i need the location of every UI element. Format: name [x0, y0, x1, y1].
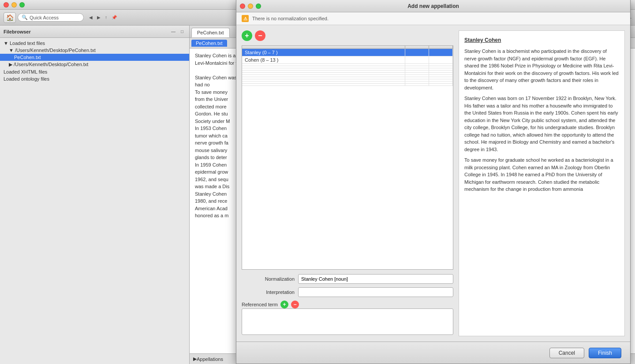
referenced-term-textarea[interactable]	[242, 308, 453, 335]
tree-item-path1[interactable]: ▼ /Users/Kenneth/Desktop/PeCohen.txt	[0, 47, 189, 54]
tree-label: /Users/Kenneth/Desktop/PeCohen.txt	[15, 48, 96, 53]
sidebar-title: Filebrowser	[4, 29, 31, 34]
doc-text-17: was made a Dis	[195, 184, 229, 189]
search-icon: 🔍	[22, 15, 28, 20]
search-input[interactable]	[30, 15, 78, 20]
form-row-normalization: Normalization	[242, 274, 453, 284]
sidebar: Filebrowser — □ ▼ Loaded text files ▼ /U…	[0, 26, 190, 364]
modal-minimize-light[interactable]	[248, 4, 253, 9]
add-ref-term-button[interactable]: +	[280, 301, 288, 308]
add-appellation-button[interactable]: +	[242, 30, 252, 41]
doc-text-6: collected more	[195, 104, 227, 109]
doc-text-14: In 1959 Cohen	[195, 162, 227, 167]
table-cell: Cohen (8 – 13 )	[242, 56, 405, 64]
appellation-table: Stanley (0 – 7 ) Cohen (8 – 13 )	[242, 45, 453, 270]
doc-text-5: from the Univer	[195, 97, 228, 102]
form-row-interpretation: Interpretation	[242, 287, 453, 297]
collapse-icon: ▼	[4, 41, 10, 46]
nav-pin[interactable]: 📌	[110, 14, 119, 21]
normalization-label: Normalization	[242, 276, 295, 282]
doc-subtab-pecohen[interactable]: PeCohen.txt	[191, 40, 227, 47]
doc-text-21: honored as a m	[195, 213, 228, 218]
nav-back[interactable]: ◀	[87, 14, 94, 21]
close-light[interactable]	[4, 2, 9, 7]
doc-tab-pecohen[interactable]: PeCohen.txt	[191, 28, 230, 37]
tree-item-loaded-ontology[interactable]: Loaded ontology files	[0, 75, 189, 82]
doc-text-20: American Acad	[195, 206, 228, 211]
file-tree: ▼ Loaded text files ▼ /Users/Kenneth/Des…	[0, 38, 189, 84]
collapse-icon: ▼	[9, 48, 15, 53]
table-cell	[429, 49, 452, 56]
remove-appellation-button[interactable]: −	[255, 30, 265, 41]
nav-forward[interactable]: ▶	[95, 14, 102, 21]
collapse-icon: ▶	[9, 62, 14, 67]
modal-body: + − Stanley (0 – 7 )	[236, 25, 630, 342]
preview-text: Stanley Cohen is a biochemist who partic…	[464, 48, 619, 91]
interpretation-input[interactable]	[298, 287, 453, 297]
warning-icon: ⚠	[242, 15, 249, 22]
modal-left-panel: + − Stanley (0 – 7 )	[242, 30, 453, 336]
table-row[interactable]: Cohen (8 – 13 )	[242, 56, 453, 64]
table-cell: Stanley (0 – 7 )	[242, 49, 405, 56]
tree-item-pecohen[interactable]: PeCohen.txt	[0, 54, 189, 61]
doc-text-12: mouse salivary	[195, 148, 227, 153]
modal-close-light[interactable]	[240, 4, 245, 9]
doc-text-18: Stanley Cohen	[195, 191, 227, 197]
ref-term-header: Referenced term + −	[242, 301, 453, 308]
appellation-controls: + −	[242, 30, 453, 41]
traffic-lights	[4, 2, 25, 7]
doc-text-15: epidermal grow	[195, 169, 228, 175]
nav-up[interactable]: ↑	[103, 14, 109, 21]
bottom-tab-label: Appellations	[197, 357, 223, 362]
table-cell	[429, 56, 452, 64]
normalization-input[interactable]	[298, 274, 453, 284]
doc-text-10: tumor which ca	[195, 133, 228, 138]
table-row	[242, 84, 453, 86]
tree-label: PeCohen.txt	[14, 55, 41, 60]
cancel-button[interactable]: Cancel	[549, 348, 584, 358]
bottom-tab-icon: ▶	[193, 356, 197, 362]
preview-text-2: Stanley Cohen was born on 17 November 19…	[464, 95, 619, 153]
table-cell	[405, 49, 429, 56]
modal-title-bar: Add new appellation	[236, 0, 630, 12]
table-cell	[405, 56, 429, 64]
nav-buttons: ◀ ▶ ↑ 📌	[87, 14, 119, 21]
sidebar-header-icons: — □	[170, 28, 186, 35]
modal-maximize-light[interactable]	[256, 4, 261, 9]
sidebar-header: Filebrowser — □	[0, 26, 189, 38]
modal-title: Add new appellation	[407, 3, 459, 9]
warning-text: There is no normalization specified.	[252, 16, 329, 21]
finish-button[interactable]: Finish	[589, 348, 621, 358]
table-row[interactable]: Stanley (0 – 7 )	[242, 49, 453, 56]
tree-item-loaded-text[interactable]: ▼ Loaded text files	[0, 40, 189, 47]
doc-text-11: nerve growth fa	[195, 140, 228, 145]
doc-text-4: To save money	[195, 89, 228, 95]
minimize-light[interactable]	[11, 2, 17, 7]
doc-text-7: Gordon. He stu	[195, 111, 228, 116]
search-box[interactable]: 🔍	[18, 13, 84, 22]
doc-text-9: In 1953 Cohen	[195, 126, 227, 131]
maximize-light[interactable]	[19, 2, 25, 7]
preview-title: Stanley Cohen	[464, 36, 619, 44]
tree-label: /Users/Kenneth/Desktop/Cohen.txt	[14, 62, 88, 67]
doc-text-13: glands to deter	[195, 155, 227, 160]
doc-text-8: Society under M	[195, 119, 230, 124]
tree-label: Loaded ontology files	[4, 76, 49, 82]
back-button[interactable]: 🏠	[4, 12, 16, 23]
modal-dialog: Add new appellation ⚠ There is no normal…	[236, 0, 631, 364]
remove-ref-term-button[interactable]: −	[291, 301, 299, 308]
modal-footer: Cancel Finish	[236, 342, 630, 364]
tree-item-loaded-xhtml[interactable]: Loaded XHTML files	[0, 68, 189, 75]
modal-right-panel: Stanley Cohen Stanley Cohen is a biochem…	[459, 30, 625, 336]
referenced-term-label: Referenced term	[242, 302, 278, 307]
sidebar-maximize-icon[interactable]: □	[179, 28, 186, 35]
home-icon: 🏠	[6, 14, 14, 21]
preview-text-3: To save money for graduate school he wor…	[464, 156, 619, 193]
modal-traffic-lights	[240, 4, 261, 9]
sidebar-minimize-icon[interactable]: —	[170, 28, 177, 35]
tree-item-path2[interactable]: ▶ /Users/Kenneth/Desktop/Cohen.txt	[0, 61, 189, 68]
doc-text-16: 1962, and sequ	[195, 177, 228, 182]
interpretation-label: Interpretation	[242, 290, 295, 295]
tree-label: Loaded text files	[10, 41, 45, 46]
form-section: Normalization Interpretation Referenced …	[242, 274, 453, 336]
